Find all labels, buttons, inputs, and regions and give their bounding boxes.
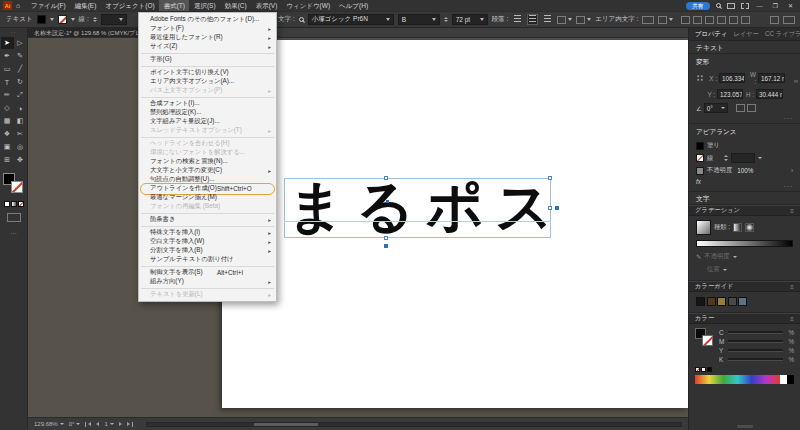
effects-fx-button[interactable]: fx (696, 178, 701, 185)
auto-size-icon[interactable] (642, 16, 654, 24)
scale-tool[interactable]: ⤢ (14, 89, 27, 101)
menu-item[interactable]: サイズ(Z) ▸ (139, 42, 276, 51)
none-color-icon[interactable] (695, 367, 700, 372)
channel-slider[interactable] (728, 358, 783, 361)
menu-item[interactable]: フォントの再編集 (Beta) (139, 202, 276, 211)
menu-item[interactable]: Adobe Fonts のその他のフォント(D)... (139, 15, 276, 24)
rectangle-tool[interactable]: ▭ (1, 63, 14, 75)
blend-tool[interactable]: ❖ (1, 128, 14, 140)
artboard-tool[interactable]: ▣ (1, 141, 14, 153)
chevron-down-icon[interactable] (50, 18, 54, 21)
align-horizontal-center-icon[interactable] (693, 16, 702, 24)
mesh-tool[interactable]: ▦ (1, 115, 14, 127)
align-center-icon[interactable] (527, 14, 538, 25)
menubar-item[interactable]: 書式(T) (159, 0, 189, 11)
stroke-weight-stepper[interactable] (724, 155, 728, 161)
app-logo-icon[interactable]: Ai (3, 1, 12, 10)
scissors-tool[interactable]: ✂ (14, 128, 27, 140)
canvas-text[interactable]: まるポス (287, 178, 564, 235)
paintbrush-tool[interactable]: ✏ (1, 89, 14, 101)
menubar-item[interactable]: 編集(E) (70, 0, 101, 11)
appearance-fill-swatch[interactable] (696, 142, 704, 150)
menu-item[interactable]: 制御文字を表示(S) Alt+Ctrl+I (139, 268, 276, 277)
channel-slider[interactable] (728, 340, 783, 343)
horizontal-scrollbar[interactable] (146, 422, 682, 427)
workspace-switcher-icon[interactable] (741, 3, 749, 9)
menu-item[interactable]: 文字組みアキ量設定(J)... (139, 117, 276, 126)
panel-tab[interactable]: レイヤー (733, 30, 759, 39)
color-guide-swatch[interactable] (717, 297, 726, 306)
appearance-more-options[interactable]: ··· (784, 183, 793, 190)
next-artboard-button[interactable] (119, 422, 122, 426)
curvature-tool[interactable]: ✎ (14, 50, 27, 62)
align-left-icon[interactable] (512, 14, 523, 25)
pen-tool[interactable]: ✒ (1, 50, 14, 62)
flip-horizontal-icon[interactable] (736, 104, 745, 112)
width-field[interactable]: 167.12 mm (758, 73, 785, 83)
fill-color-swatch[interactable] (37, 15, 46, 24)
last-artboard-button[interactable] (127, 422, 133, 427)
gradient-thumbnail[interactable] (696, 220, 711, 235)
align-horizontal-right-icon[interactable] (705, 16, 714, 24)
selection-widget-bottom[interactable] (384, 244, 388, 248)
linear-gradient-icon[interactable] (733, 223, 742, 232)
gradient-tool[interactable]: ◧ (14, 115, 27, 127)
rotation-angle-field[interactable]: 0° (704, 103, 728, 113)
stroke-color-swatch[interactable] (58, 15, 67, 24)
search-icon[interactable] (716, 3, 721, 8)
color-stroke-swatch[interactable] (702, 335, 713, 346)
none-mode-icon[interactable] (18, 201, 24, 207)
menu-item[interactable]: 箇条書き ▸ (139, 215, 276, 224)
flip-vertical-icon[interactable] (747, 104, 756, 112)
menubar-item[interactable]: 効果(C) (220, 0, 251, 11)
panel-drag-handle[interactable]: ·· (0, 28, 27, 37)
menu-item[interactable]: 組み方向(Y) ▸ (139, 277, 276, 286)
menu-item[interactable]: 合成フォント(I)... (139, 99, 276, 108)
rotate-tool[interactable]: ↻ (14, 76, 27, 88)
menu-item[interactable]: 句読点の自動調整(U)... (139, 175, 276, 184)
character-styles-dropdown[interactable] (557, 16, 572, 24)
draw-mode-icon[interactable] (7, 213, 21, 222)
color-guide-swatch[interactable] (707, 297, 716, 306)
panel-menu-icon[interactable]: ≡ (790, 315, 794, 322)
edit-toolbar-icon[interactable]: … (0, 229, 27, 235)
gradient-slider[interactable] (696, 240, 793, 247)
font-search-icon[interactable] (299, 17, 304, 22)
radial-gradient-icon[interactable] (745, 223, 754, 232)
spectrum-black-cell[interactable] (787, 375, 794, 384)
transform-more-options[interactable]: ··· (784, 115, 793, 122)
menu-item[interactable]: アウトラインを作成(O) Shift+Ctrl+O (139, 184, 276, 193)
close-button[interactable]: ✕ (786, 2, 795, 9)
menu-item[interactable]: 環境にないフォントを解決する... (139, 148, 276, 157)
menu-item[interactable]: 大文字と小文字の変更(C) ▸ (139, 166, 276, 175)
isolate-object-icon[interactable] (770, 16, 779, 24)
color-guide-swatch[interactable] (696, 297, 705, 306)
panel-menu-icon[interactable]: ≡ (790, 283, 794, 290)
x-field[interactable]: 106.334 (719, 73, 745, 83)
menu-item[interactable]: 最適なマージン揃え(M) (139, 193, 276, 202)
menubar-item[interactable]: 表示(V) (251, 0, 282, 11)
chevron-down-icon[interactable] (71, 18, 75, 21)
color-guide-panel-tab[interactable]: カラーガイド ≡ (689, 281, 800, 292)
menu-item[interactable]: エリア内文字オプション(A)... (139, 77, 276, 86)
edit-gradient-icon[interactable]: ✎ (696, 253, 701, 261)
gradient-mode-icon[interactable] (11, 201, 17, 207)
selection-handle-top-center[interactable] (384, 176, 388, 180)
font-size-stepper[interactable] (444, 17, 448, 23)
align-vertical-bottom-icon[interactable] (741, 16, 750, 24)
black-color-icon[interactable] (707, 367, 712, 372)
paragraph-styles-dropdown[interactable] (576, 16, 591, 24)
y-field[interactable]: 123.057 (717, 89, 743, 99)
link-dimensions-icon[interactable]: ∞ (794, 78, 798, 84)
menu-item[interactable]: サンプルテキストの割り付け (139, 255, 276, 264)
menu-item[interactable]: 空白文字を挿入(W) ▸ (139, 237, 276, 246)
share-button[interactable]: 共有 (686, 2, 710, 10)
shaper-tool[interactable]: ◇ (1, 102, 14, 114)
color-panel-tab[interactable]: カラー ≡ (689, 313, 800, 324)
first-artboard-button[interactable] (85, 422, 91, 427)
eyedropper-tool[interactable]: ◑ (14, 102, 27, 114)
minimize-button[interactable]: — (755, 3, 765, 9)
panel-tab[interactable]: CC ライブラリ (765, 30, 800, 39)
reference-point-locator-icon[interactable] (696, 74, 704, 82)
previous-artboard-button[interactable] (96, 422, 99, 426)
